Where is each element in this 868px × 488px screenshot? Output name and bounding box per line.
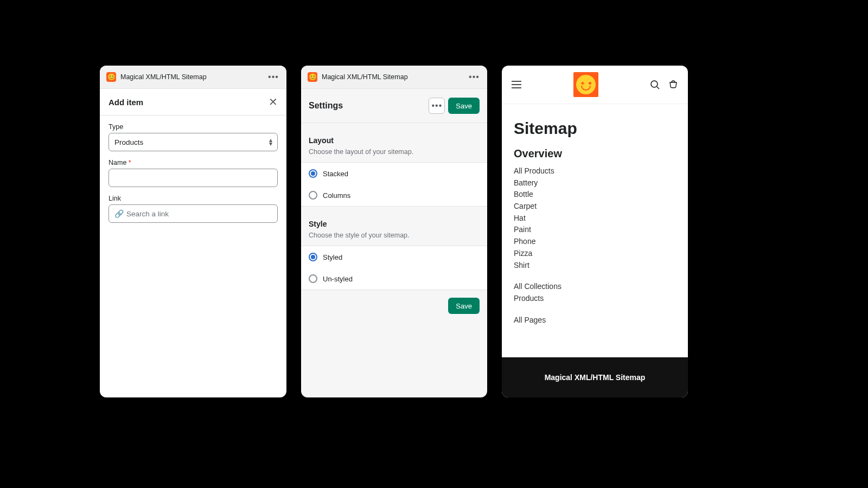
- sitemap-title: Sitemap: [514, 119, 676, 138]
- link-placeholder: Search a link: [126, 210, 169, 218]
- radio-icon: [309, 191, 317, 200]
- layout-desc: Choose the layout of your sitemap.: [309, 148, 480, 156]
- products-heading[interactable]: All Products: [514, 165, 676, 177]
- sitemap-link[interactable]: Bottle: [514, 189, 676, 201]
- settings-panel: 😊 Magical XML/HTML Sitemap ••• Settings …: [301, 66, 487, 397]
- collections-heading[interactable]: All Collections: [514, 281, 676, 293]
- collections-list: All Collections Products: [514, 281, 676, 304]
- cart-button[interactable]: [667, 79, 679, 91]
- radio-label: Stacked: [323, 170, 348, 178]
- app-title: Magical XML/HTML Sitemap: [120, 73, 207, 81]
- app-title: Magical XML/HTML Sitemap: [322, 73, 408, 81]
- smiley-icon: ✦: [576, 75, 596, 94]
- name-input[interactable]: [108, 169, 278, 187]
- search-button[interactable]: [649, 79, 661, 91]
- overview-heading: Overview: [514, 147, 676, 160]
- select-caret-icon: ▴▾: [269, 138, 272, 146]
- layout-section-header: Layout Choose the layout of your sitemap…: [301, 123, 487, 163]
- menu-button[interactable]: [510, 79, 522, 91]
- app-title-bar: 😊 Magical XML/HTML Sitemap •••: [100, 66, 286, 89]
- layout-title: Layout: [309, 136, 480, 145]
- layout-radio-group: Stacked Columns: [301, 163, 487, 207]
- panel-title: Add item: [108, 98, 143, 107]
- radio-label: Styled: [323, 253, 342, 261]
- svg-point-3: [651, 81, 658, 87]
- pages-heading[interactable]: All Pages: [514, 314, 676, 326]
- radio-label: Un-styled: [323, 275, 353, 283]
- radio-icon: [309, 253, 317, 261]
- sitemap-link[interactable]: Battery: [514, 177, 676, 189]
- store-header: ✦: [502, 66, 688, 104]
- pages-list: All Pages: [514, 314, 676, 326]
- cart-icon: [668, 80, 678, 89]
- link-search-input[interactable]: 🔗 Search a link: [108, 204, 278, 223]
- store-logo[interactable]: ✦: [573, 72, 598, 97]
- more-menu-button[interactable]: •••: [267, 70, 280, 84]
- footer-text: Magical XML/HTML Sitemap: [545, 373, 646, 382]
- link-icon: 🔗: [114, 209, 124, 218]
- sitemap-link[interactable]: Shirt: [514, 260, 676, 272]
- style-section-header: Style Choose the style of your sitemap.: [301, 207, 487, 246]
- app-title-bar: 😊 Magical XML/HTML Sitemap •••: [301, 66, 487, 89]
- layout-option-stacked[interactable]: Stacked: [301, 163, 487, 184]
- settings-header: Settings ••• Save: [301, 89, 487, 123]
- sitemap-link[interactable]: Hat: [514, 213, 676, 224]
- settings-title: Settings: [309, 101, 343, 111]
- app-logo-icon: 😊: [106, 72, 116, 82]
- name-label: Name *: [108, 159, 278, 166]
- radio-label: Columns: [323, 191, 350, 200]
- save-button[interactable]: Save: [448, 98, 480, 114]
- store-footer: Magical XML/HTML Sitemap: [502, 357, 688, 397]
- style-desc: Choose the style of your sitemap.: [309, 232, 480, 239]
- style-option-styled[interactable]: Styled: [301, 246, 487, 268]
- sitemap-link[interactable]: Paint: [514, 224, 676, 236]
- add-item-form: Type Products ▴▾ Name * Link 🔗 Search a …: [100, 115, 286, 230]
- sitemap-link[interactable]: Phone: [514, 236, 676, 248]
- more-icon: •••: [469, 73, 480, 81]
- save-button[interactable]: Save: [448, 298, 480, 314]
- products-list: All Products Battery Bottle Carpet Hat P…: [514, 165, 676, 271]
- type-label: Type: [108, 123, 278, 131]
- add-item-panel: 😊 Magical XML/HTML Sitemap ••• Add item …: [100, 66, 286, 397]
- hamburger-icon: [512, 81, 521, 88]
- type-select[interactable]: Products: [108, 133, 278, 151]
- sitemap-link[interactable]: Products: [514, 293, 676, 305]
- settings-footer: Save: [301, 290, 487, 322]
- svg-line-4: [657, 87, 659, 89]
- more-icon: •••: [268, 73, 279, 81]
- storefront-preview: ✦ Sitemap Overview All Pr: [502, 66, 688, 397]
- search-icon: [650, 80, 660, 89]
- style-title: Style: [309, 220, 480, 228]
- style-radio-group: Styled Un-styled: [301, 246, 487, 290]
- type-select-value: Products: [114, 138, 143, 146]
- panel-subheader: Add item ✕: [100, 89, 286, 115]
- style-option-unstyled[interactable]: Un-styled: [301, 268, 487, 290]
- sitemap-link[interactable]: Pizza: [514, 248, 676, 260]
- close-button[interactable]: ✕: [269, 97, 278, 107]
- radio-icon: [309, 274, 317, 283]
- sitemap-content: Sitemap Overview All Products Battery Bo…: [502, 104, 688, 346]
- more-icon: •••: [431, 101, 442, 110]
- header-more-button[interactable]: •••: [429, 98, 445, 114]
- link-label: Link: [108, 195, 278, 202]
- layout-option-columns[interactable]: Columns: [301, 184, 487, 206]
- more-menu-button[interactable]: •••: [468, 70, 481, 84]
- app-logo-icon: 😊: [308, 72, 317, 82]
- sitemap-link[interactable]: Carpet: [514, 201, 676, 213]
- radio-icon: [309, 169, 317, 178]
